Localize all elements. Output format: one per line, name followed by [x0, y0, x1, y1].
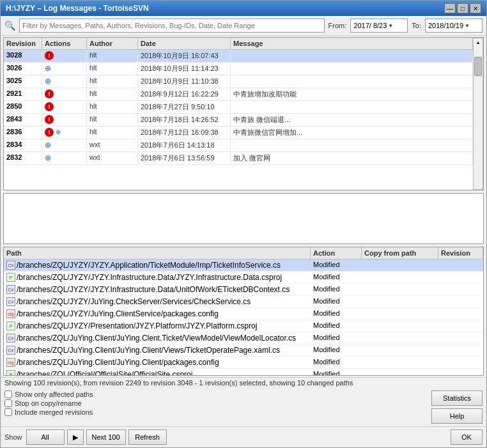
show-only-affected-paths-label: Show only affected paths — [15, 390, 93, 398]
file-config-icon: cfg — [6, 309, 15, 318]
path-row[interactable]: C# /branches/ZQL/JYZY/JYZY.Application/T… — [4, 259, 483, 272]
scroll-up-arrow[interactable]: ▲ — [474, 38, 482, 47]
include-merged-revisions-row: Include merged revisions — [4, 408, 424, 416]
paths-table-header: Path Action Copy from path Revision — [4, 247, 483, 259]
paths-table-body: C# /branches/ZQL/JYZY/JYZY.Application/T… — [4, 259, 483, 375]
paths-section: Path Action Copy from path Revision C# /… — [3, 247, 484, 376]
filter-input[interactable] — [19, 19, 325, 33]
status-text: Showing 100 revision(s), from revision 2… — [4, 379, 353, 387]
path-row[interactable]: P /branches/ZQL/Official/OfficialSite/Of… — [4, 369, 483, 375]
toolbar: 🔍 From: 2017/ 8/23 ▼ To: 2018/10/19 ▼ — [1, 16, 486, 36]
from-date-combo[interactable]: 2017/ 8/23 ▼ — [350, 19, 408, 33]
window-controls: — □ ✕ — [444, 3, 481, 13]
path-row[interactable]: C# /branches/ZQL/JYZY/JuYing.CheckServer… — [4, 296, 483, 308]
col-path: Path — [4, 247, 311, 259]
col-date: Date — [138, 38, 231, 49]
path-row[interactable]: C# /branches/ZQL/JuYing.Client/JuYing.Cl… — [4, 332, 483, 344]
table-row[interactable]: 2834 ⊕ wxt 2018年7月6日 14:13:18 — [4, 139, 473, 152]
bottom-left: Show only affected paths Stop on copy/re… — [1, 388, 428, 419]
action-error-icon: ! — [45, 115, 54, 124]
include-merged-revisions-label: Include merged revisions — [15, 408, 93, 416]
search-icon: 🔍 — [4, 20, 15, 31]
log-section: Revision Actions Author Date Message 302… — [3, 37, 484, 190]
main-window: H:\JYZY – Log Messages - TortoiseSVN — □… — [0, 0, 487, 448]
col-action: Action — [311, 247, 362, 259]
action-error-icon: ! — [45, 102, 54, 111]
col-revision: Revision — [4, 38, 42, 49]
window-title: H:\JYZY – Log Messages - TortoiseSVN — [6, 4, 149, 13]
action-add-icon: ⊕ — [45, 141, 54, 150]
action-add-icon: ⊕ — [56, 128, 65, 137]
include-merged-revisions-checkbox[interactable] — [4, 408, 12, 416]
table-row[interactable]: 3026 ⊕ hlt 2018年10月9日 11:14:23 — [4, 63, 473, 75]
col-revision: Revision — [438, 247, 483, 259]
col-message: Message — [231, 38, 473, 49]
action-error-icon: ! — [45, 89, 54, 98]
statistics-button[interactable]: Statistics — [431, 390, 483, 406]
path-row[interactable]: cfg /branches/ZQL/JuYing.Client/JuYing.C… — [4, 357, 483, 369]
log-table-header: Revision Actions Author Date Message — [4, 38, 473, 50]
arrow-button[interactable]: ▶ — [67, 429, 84, 445]
footer-right: OK — [451, 429, 483, 445]
to-date-combo[interactable]: 2018/10/19 ▼ — [425, 19, 483, 33]
path-row[interactable]: C# /branches/ZQL/JYZY/JYZY.Infrastructur… — [4, 284, 483, 296]
file-csproj-icon: P — [6, 273, 15, 282]
action-add-icon: ⊕ — [45, 153, 54, 162]
show-only-affected-paths-row: Show only affected paths — [4, 390, 424, 398]
table-row[interactable]: 2832 ⊕ wxt 2018年7月6日 13:56:59 加入 微官网 — [4, 152, 473, 165]
path-row[interactable]: P /branches/ZQL/JYZY/Presentation/JYZY.P… — [4, 320, 483, 332]
footer-bar: Show All ▶ Next 100 Refresh OK — [1, 426, 486, 447]
table-row[interactable]: 3025 ⊕ hlt 2018年10月9日 11:10:38 — [4, 75, 473, 88]
file-cs-icon: C# — [6, 334, 15, 343]
bottom-area: Show only affected paths Stop on copy/re… — [1, 388, 486, 426]
file-cs-icon: C# — [6, 346, 15, 355]
to-date-arrow: ▼ — [465, 23, 470, 29]
title-bar: H:\JYZY – Log Messages - TortoiseSVN — □… — [1, 1, 486, 16]
maximize-button[interactable]: □ — [457, 3, 468, 13]
status-bar: Showing 100 revision(s), from revision 2… — [1, 377, 486, 388]
path-row[interactable]: P /branches/ZQL/JYZY/JYZY.Infrastructure… — [4, 272, 483, 284]
minimize-button[interactable]: — — [444, 3, 456, 13]
path-row[interactable]: cfg /branches/ZQL/JYZY/JuYing.ClientServ… — [4, 308, 483, 320]
stop-on-copy-rename-label: Stop on copy/rename — [15, 399, 82, 407]
show-only-affected-paths-checkbox[interactable] — [4, 390, 12, 398]
action-add-icon: ⊕ — [45, 77, 54, 86]
table-row[interactable]: 2836 ! ⊕ hlt 2018年7月12日 16:09:38 中青旅微信官网… — [4, 127, 473, 139]
help-button[interactable]: Help — [431, 408, 483, 424]
show-label: Show — [4, 433, 22, 441]
refresh-button[interactable]: Refresh — [128, 429, 167, 445]
col-actions: Actions — [42, 38, 87, 49]
next-100-button[interactable]: Next 100 — [86, 429, 126, 445]
file-csproj-icon: P — [6, 370, 15, 375]
close-button[interactable]: ✕ — [470, 3, 481, 13]
col-copy-from-path: Copy from path — [362, 247, 438, 259]
all-button[interactable]: All — [26, 429, 65, 445]
file-cs-icon: C# — [6, 285, 15, 294]
main-content: Revision Actions Author Date Message 302… — [1, 36, 486, 447]
action-error-icon: ! — [45, 51, 54, 60]
from-date-arrow: ▼ — [388, 23, 393, 29]
table-row[interactable]: 2843 ! hlt 2018年7月18日 14:26:52 中青旅 微信端退.… — [4, 114, 473, 127]
bottom-right: Statistics Help — [428, 388, 486, 426]
col-author: Author — [87, 38, 138, 49]
file-cs-icon: C# — [6, 261, 15, 270]
scroll-thumb[interactable] — [474, 57, 482, 76]
stop-on-copy-rename-checkbox[interactable] — [4, 399, 12, 407]
stop-on-copy-rename-row: Stop on copy/rename — [4, 399, 424, 407]
file-cs-icon: C# — [6, 297, 15, 306]
from-label: From: — [329, 22, 347, 29]
table-row[interactable]: 2850 ! hlt 2018年7月27日 9:50:10 — [4, 101, 473, 114]
path-row[interactable]: C# /branches/ZQL/JuYing.Client/JuYing.Cl… — [4, 344, 483, 357]
to-label: To: — [412, 22, 421, 29]
action-add-icon: ⊕ — [45, 64, 54, 73]
table-row[interactable]: 2921 ! hlt 2018年9月12日 16:22:29 中青旅增加改期功能 — [4, 88, 473, 101]
file-config-icon: cfg — [6, 358, 15, 367]
log-table-scrollbar[interactable]: ▲ — [473, 38, 483, 190]
action-error-icon: ! — [45, 128, 54, 137]
file-csproj-icon: P — [6, 321, 15, 330]
commit-message-section — [3, 193, 484, 244]
table-row[interactable]: 3028 ! hlt 2018年10月9日 16:07:43 — [4, 50, 473, 63]
log-table-body: 3028 ! hlt 2018年10月9日 16:07:43 3026 ⊕ — [4, 50, 473, 190]
ok-button[interactable]: OK — [451, 429, 483, 445]
